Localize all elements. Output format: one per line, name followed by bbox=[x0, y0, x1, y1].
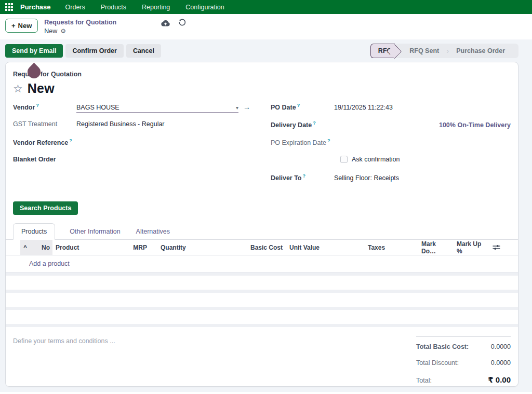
send-by-email-button[interactable]: Send by Email bbox=[5, 44, 63, 58]
column-options-icon[interactable] bbox=[488, 240, 504, 255]
top-navbar: Purchase Orders Products Reporting Confi… bbox=[0, 0, 532, 14]
deliver-to-row: Deliver To? Selling Floor: Receipts bbox=[271, 173, 511, 191]
total-value: ₹ 0.00 bbox=[488, 375, 511, 385]
po-expiration-row: PO Expiration Date? bbox=[271, 138, 511, 156]
total-label: Total: bbox=[416, 377, 432, 384]
record-title[interactable]: New bbox=[28, 81, 55, 96]
column-quantity[interactable]: Quantity bbox=[147, 240, 248, 255]
breadcrumb-current: New bbox=[44, 28, 57, 36]
content-area: Send by Email Confirm Order Cancel RFQ R… bbox=[0, 39, 532, 392]
row-gap bbox=[6, 324, 518, 327]
form-sheet: Request for Quotation ☆ New Vendor? BAGS… bbox=[5, 62, 518, 387]
total-discount-value: 0.0000 bbox=[491, 359, 511, 366]
terms-and-conditions-input[interactable]: Define your terms and conditions ... bbox=[13, 337, 115, 387]
dropdown-caret-icon[interactable]: ▾ bbox=[236, 105, 238, 111]
order-lines-header: ^ No Product MRP Quantity Basic Cost Uni… bbox=[6, 240, 518, 255]
internal-link-arrow-icon[interactable]: → bbox=[243, 103, 250, 111]
column-mark-down[interactable]: Mark Do… bbox=[417, 240, 449, 255]
favorite-star-icon[interactable]: ☆ bbox=[13, 83, 23, 94]
blanket-order-row: Blanket Order bbox=[13, 156, 253, 173]
column-product[interactable]: Product bbox=[52, 240, 130, 255]
confirm-order-button[interactable]: Confirm Order bbox=[65, 44, 123, 58]
unsaved-cloud-icon[interactable] bbox=[161, 19, 170, 26]
po-date-value[interactable]: 19/11/2025 11:22:43 bbox=[334, 104, 393, 111]
actions-gear-icon[interactable]: ⚙ bbox=[60, 28, 66, 35]
column-taxes[interactable]: Taxes bbox=[360, 240, 417, 255]
form-statusbar: Send by Email Confirm Order Cancel RFQ R… bbox=[5, 39, 518, 62]
total-discount-label: Total Discount: bbox=[416, 359, 459, 366]
help-icon: ? bbox=[327, 138, 330, 143]
gst-field-row: GST Treatment Registered Business - Regu… bbox=[13, 120, 253, 138]
doc-type-label: Request for Quotation bbox=[6, 71, 518, 78]
apps-grid-icon[interactable] bbox=[5, 3, 13, 11]
totals-panel: Total Basic Cost: 0.0000 Total Discount:… bbox=[416, 336, 511, 387]
help-icon: ? bbox=[303, 173, 306, 179]
stage-rfq[interactable]: RFQ bbox=[370, 44, 395, 58]
delivery-date-row: Delivery Date? 100% On-Time Delivery bbox=[271, 120, 511, 138]
empty-row bbox=[6, 310, 518, 324]
total-basic-cost-label: Total Basic Cost: bbox=[416, 343, 469, 350]
empty-row bbox=[6, 293, 518, 307]
help-icon: ? bbox=[36, 103, 39, 108]
gst-treatment-label: GST Treatment bbox=[13, 120, 76, 128]
empty-row bbox=[6, 276, 518, 290]
menu-configuration[interactable]: Configuration bbox=[183, 4, 226, 11]
stage-pipeline: RFQ RFQ Sent › Purchase Order bbox=[370, 44, 518, 58]
deliver-to-label: Deliver To? bbox=[271, 173, 334, 182]
sort-asc-icon[interactable]: ^ bbox=[23, 244, 27, 251]
column-no[interactable]: No bbox=[42, 244, 50, 251]
app-name[interactable]: Purchase bbox=[20, 3, 51, 11]
po-date-label: PO Date? bbox=[271, 103, 334, 111]
help-icon: ? bbox=[313, 120, 316, 126]
plus-icon: + bbox=[11, 22, 16, 30]
menu-products[interactable]: Products bbox=[99, 4, 128, 11]
column-basic-cost[interactable]: Basic Cost bbox=[248, 240, 287, 255]
po-expiration-label: PO Expiration Date? bbox=[271, 138, 334, 146]
column-mrp[interactable]: MRP bbox=[130, 240, 147, 255]
tab-other-information[interactable]: Other Information bbox=[69, 224, 121, 239]
add-a-product-link[interactable]: Add a product bbox=[6, 255, 518, 273]
column-unit-value[interactable]: Unit Value bbox=[287, 240, 360, 255]
notebook-tabs: Products Other Information Alternatives bbox=[6, 222, 518, 240]
discard-undo-icon[interactable] bbox=[178, 19, 186, 26]
column-mark-up[interactable]: Mark Up % bbox=[449, 240, 488, 255]
fields-left-column: Vendor? BAGS HOUSE ▾ → GST Treatment Reg… bbox=[13, 103, 253, 191]
help-icon: ? bbox=[297, 103, 300, 108]
blanket-order-label: Blanket Order bbox=[13, 156, 76, 163]
gst-treatment-value[interactable]: Registered Business - Regular bbox=[76, 120, 165, 128]
deliver-to-value[interactable]: Selling Floor: Receipts bbox=[334, 174, 399, 182]
vendor-reference-row: Vendor Reference? bbox=[13, 138, 253, 156]
control-panel: + New Requests for Quotation New ⚙ bbox=[0, 14, 532, 39]
tab-products[interactable]: Products bbox=[13, 223, 55, 240]
delivery-date-label: Delivery Date? bbox=[271, 120, 334, 129]
vendor-reference-label: Vendor Reference? bbox=[13, 138, 76, 146]
ask-confirmation-label: Ask confirmation bbox=[352, 156, 400, 163]
vendor-field-row: Vendor? BAGS HOUSE ▾ → bbox=[13, 103, 253, 120]
breadcrumb: Requests for Quotation New ⚙ bbox=[44, 19, 116, 35]
menu-reporting[interactable]: Reporting bbox=[140, 4, 172, 11]
breadcrumb-parent-link[interactable]: Requests for Quotation bbox=[44, 19, 116, 27]
cancel-button[interactable]: Cancel bbox=[126, 44, 161, 58]
vendor-input[interactable]: BAGS HOUSE ▾ bbox=[76, 104, 238, 113]
cursor-drop-indicator bbox=[25, 63, 43, 81]
stage-purchase-order[interactable]: Purchase Order bbox=[449, 44, 512, 58]
stage-rfq-sent[interactable]: RFQ Sent bbox=[402, 44, 446, 58]
ask-confirmation-row: Ask confirmation bbox=[271, 156, 511, 173]
total-basic-cost-value: 0.0000 bbox=[491, 343, 511, 350]
fields-right-column: PO Date? 19/11/2025 11:22:43 Delivery Da… bbox=[271, 103, 511, 191]
on-time-delivery-link[interactable]: 100% On-Time Delivery bbox=[439, 121, 511, 129]
help-icon: ? bbox=[69, 138, 72, 143]
vendor-label: Vendor? bbox=[13, 103, 76, 111]
po-date-row: PO Date? 19/11/2025 11:22:43 bbox=[271, 103, 511, 120]
menu-orders[interactable]: Orders bbox=[63, 4, 87, 11]
new-button[interactable]: + New bbox=[5, 19, 38, 33]
search-products-button[interactable]: Search Products bbox=[13, 201, 78, 215]
ask-confirmation-checkbox[interactable] bbox=[340, 156, 348, 163]
tab-alternatives[interactable]: Alternatives bbox=[135, 224, 171, 239]
